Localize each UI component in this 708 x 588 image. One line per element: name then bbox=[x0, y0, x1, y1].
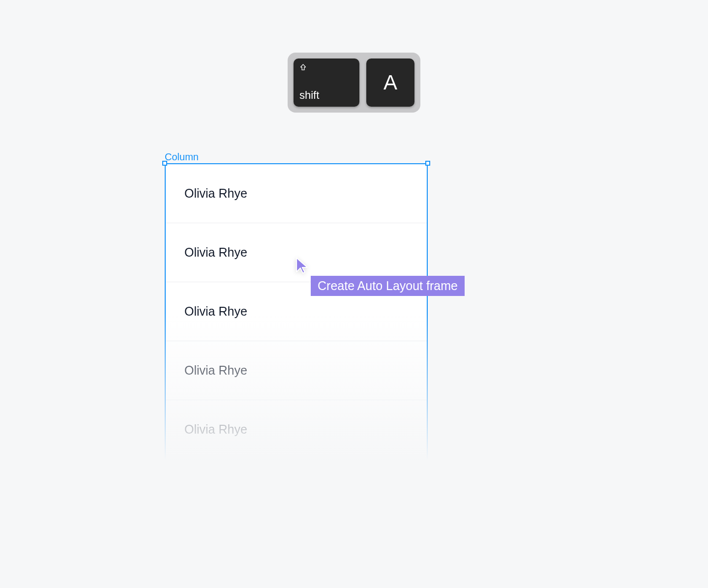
list-item-label: Olivia Rhye bbox=[184, 304, 247, 319]
shift-key: shift bbox=[294, 59, 359, 107]
keyboard-shortcut: shift A bbox=[288, 53, 420, 113]
list-item[interactable]: Olivia Rhye bbox=[166, 400, 427, 459]
frame-label: Column bbox=[165, 151, 199, 163]
list-item-label: Olivia Rhye bbox=[184, 245, 247, 260]
resize-handle-top-right[interactable] bbox=[425, 161, 430, 166]
cursor-pointer-icon bbox=[295, 257, 311, 276]
a-key-label: A bbox=[384, 71, 397, 94]
shift-arrow-icon bbox=[299, 63, 307, 71]
column-content: Olivia Rhye Olivia Rhye Olivia Rhye Oliv… bbox=[166, 164, 427, 460]
list-item[interactable]: Olivia Rhye bbox=[166, 341, 427, 400]
list-item-label: Olivia Rhye bbox=[184, 422, 247, 437]
action-tooltip: Create Auto Layout frame bbox=[311, 276, 465, 296]
tooltip-text: Create Auto Layout frame bbox=[318, 279, 458, 293]
resize-handle-top-left[interactable] bbox=[162, 161, 167, 166]
list-item[interactable]: Olivia Rhye bbox=[166, 164, 427, 223]
a-key: A bbox=[366, 59, 414, 107]
list-item-label: Olivia Rhye bbox=[184, 363, 247, 378]
shift-key-label: shift bbox=[299, 89, 354, 102]
selected-frame[interactable]: Column Olivia Rhye Olivia Rhye Olivia Rh… bbox=[165, 163, 428, 460]
list-item-label: Olivia Rhye bbox=[184, 186, 247, 201]
